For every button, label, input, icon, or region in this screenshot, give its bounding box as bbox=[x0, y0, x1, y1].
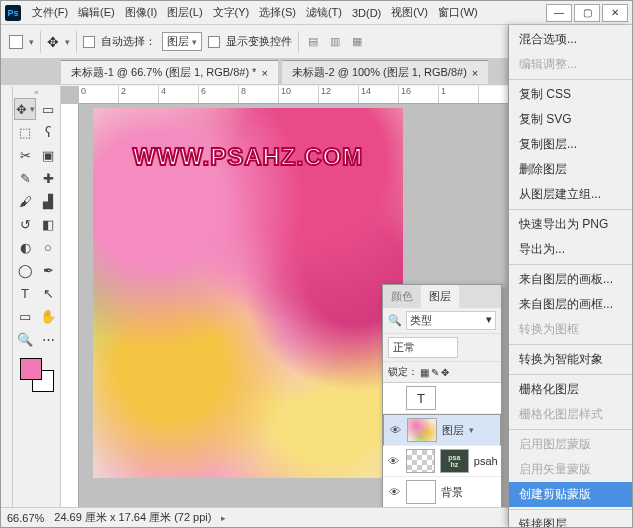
color-swatches[interactable] bbox=[20, 358, 54, 392]
align-icon-2[interactable]: ▥ bbox=[327, 34, 343, 50]
layer-row-psahz[interactable]: 👁 psahz psah bbox=[383, 446, 501, 477]
visibility-icon[interactable]: 👁 bbox=[387, 486, 401, 498]
toolbox: « ✥ ▭ ⬚ ʕ ✂ ▣ ✎ ✚ 🖌 ▟ ↺ ◧ ◐ ○ ◯ ✒ T ↖ ▭ … bbox=[13, 86, 61, 507]
layer-thumb-text: T bbox=[406, 386, 436, 410]
ctx-convert-smart-object[interactable]: 转换为智能对象 bbox=[509, 347, 632, 372]
menu-edit[interactable]: 编辑(E) bbox=[73, 2, 120, 23]
brush-tool[interactable]: 🖌 bbox=[14, 190, 36, 212]
toolbox-collapse[interactable]: « bbox=[16, 88, 58, 98]
show-transform-label: 显示变换控件 bbox=[226, 34, 292, 49]
ctx-copy-css[interactable]: 复制 CSS bbox=[509, 82, 632, 107]
stamp-tool[interactable]: ▟ bbox=[37, 190, 59, 212]
visibility-icon[interactable]: 👁 bbox=[388, 424, 402, 436]
zoom-tool[interactable]: 🔍 bbox=[14, 328, 36, 350]
ctx-delete-layer[interactable]: 删除图层 bbox=[509, 157, 632, 182]
ctx-export-as[interactable]: 导出为... bbox=[509, 237, 632, 262]
align-icon-3[interactable]: ▦ bbox=[349, 34, 365, 50]
menu-select[interactable]: 选择(S) bbox=[254, 2, 301, 23]
ctx-blend-options[interactable]: 混合选项... bbox=[509, 27, 632, 52]
ctx-rasterize-layer[interactable]: 栅格化图层 bbox=[509, 377, 632, 402]
canvas[interactable]: WWW.PSAHZ.COM bbox=[93, 108, 403, 478]
eyedropper-tool[interactable]: ✎ bbox=[14, 167, 36, 189]
pen-tool[interactable]: ✒ bbox=[37, 259, 59, 281]
tool-preset[interactable] bbox=[9, 35, 23, 49]
menu-3d[interactable]: 3D(D) bbox=[347, 4, 386, 22]
watermark-text: WWW.PSAHZ.COM bbox=[93, 143, 403, 171]
ruler-vertical bbox=[61, 104, 79, 507]
document-dimensions: 24.69 厘米 x 17.64 厘米 (72 ppi) bbox=[54, 510, 211, 525]
menu-layer[interactable]: 图层(L) bbox=[162, 2, 207, 23]
menu-type[interactable]: 文字(Y) bbox=[208, 2, 255, 23]
close-icon[interactable]: × bbox=[261, 67, 267, 79]
frame-tool[interactable]: ▣ bbox=[37, 144, 59, 166]
lock-pixels-icon[interactable]: ▦ bbox=[420, 367, 429, 378]
layer-row-text[interactable]: T bbox=[383, 383, 501, 414]
edit-toolbar[interactable]: ⋯ bbox=[37, 328, 59, 350]
healing-tool[interactable]: ✚ bbox=[37, 167, 59, 189]
ctx-rasterize-style: 栅格化图层样式 bbox=[509, 402, 632, 427]
menu-window[interactable]: 窗口(W) bbox=[433, 2, 483, 23]
foreground-color[interactable] bbox=[20, 358, 42, 380]
menu-file[interactable]: 文件(F) bbox=[27, 2, 73, 23]
auto-select-target[interactable]: 图层 bbox=[162, 32, 202, 51]
lock-row: 锁定：▦✎✥ bbox=[383, 362, 501, 383]
doc-tab-1[interactable]: 未标题-1 @ 66.7% (图层 1, RGB/8#) *× bbox=[61, 60, 278, 84]
ctx-group-from-layers[interactable]: 从图层建立组... bbox=[509, 182, 632, 207]
gradient-tool[interactable]: ◐ bbox=[14, 236, 36, 258]
app-logo: Ps bbox=[5, 5, 21, 21]
ctx-enable-vector-mask: 启用矢量蒙版 bbox=[509, 457, 632, 482]
path-tool[interactable]: ↖ bbox=[37, 282, 59, 304]
lock-move-icon[interactable]: ✥ bbox=[441, 367, 449, 378]
ctx-enable-layer-mask: 启用图层蒙版 bbox=[509, 432, 632, 457]
window-close[interactable]: ✕ bbox=[602, 4, 628, 22]
layer-thumb-psahz: psahz bbox=[440, 449, 469, 473]
artboard-tool[interactable]: ▭ bbox=[37, 98, 59, 120]
type-tool[interactable]: T bbox=[14, 282, 36, 304]
align-icon[interactable]: ▤ bbox=[305, 34, 321, 50]
shape-tool[interactable]: ▭ bbox=[14, 305, 36, 327]
auto-select-label: 自动选择： bbox=[101, 34, 156, 49]
ctx-edit-adjustment: 编辑调整... bbox=[509, 52, 632, 77]
ctx-create-clipping-mask[interactable]: 创建剪贴蒙版 bbox=[509, 482, 632, 507]
layer-filter-type[interactable]: 类型▾ bbox=[406, 311, 496, 330]
blur-tool[interactable]: ○ bbox=[37, 236, 59, 258]
menu-bar: Ps 文件(F) 编辑(E) 图像(I) 图层(L) 文字(Y) 选择(S) 滤… bbox=[1, 1, 632, 25]
doc-tab-2[interactable]: 未标题-2 @ 100% (图层 1, RGB/8#)× bbox=[282, 60, 488, 84]
search-icon[interactable]: 🔍 bbox=[388, 314, 402, 327]
hand-tool[interactable]: ✋ bbox=[37, 305, 59, 327]
zoom-level[interactable]: 66.67% bbox=[7, 512, 44, 524]
lock-brush-icon[interactable]: ✎ bbox=[431, 367, 439, 378]
marquee-tool[interactable]: ⬚ bbox=[14, 121, 36, 143]
window-minimize[interactable]: — bbox=[546, 4, 572, 22]
ctx-copy-svg[interactable]: 复制 SVG bbox=[509, 107, 632, 132]
ctx-link-layers[interactable]: 链接图层 bbox=[509, 512, 632, 528]
blend-mode-select[interactable]: 正常 bbox=[388, 337, 458, 358]
history-brush-tool[interactable]: ↺ bbox=[14, 213, 36, 235]
layer-thumb-wc bbox=[407, 418, 437, 442]
show-transform-checkbox[interactable] bbox=[208, 36, 220, 48]
lasso-tool[interactable]: ʕ bbox=[37, 121, 59, 143]
menu-view[interactable]: 视图(V) bbox=[386, 2, 433, 23]
panel-tab-color[interactable]: 颜色 bbox=[383, 285, 421, 308]
panel-tab-layers[interactable]: 图层 bbox=[421, 285, 459, 308]
move-tool[interactable]: ✥ bbox=[14, 98, 36, 120]
eraser-tool[interactable]: ◧ bbox=[37, 213, 59, 235]
visibility-icon[interactable]: 👁 bbox=[387, 455, 401, 467]
auto-select-checkbox[interactable] bbox=[83, 36, 95, 48]
ctx-quick-export-png[interactable]: 快速导出为 PNG bbox=[509, 212, 632, 237]
crop-tool[interactable]: ✂ bbox=[14, 144, 36, 166]
layer-thumb-bg bbox=[406, 480, 436, 504]
window-maximize[interactable]: ▢ bbox=[574, 4, 600, 22]
ctx-artboard-from-layers[interactable]: 来自图层的画板... bbox=[509, 267, 632, 292]
layer-row-background[interactable]: 👁 背景 bbox=[383, 477, 501, 507]
dodge-tool[interactable]: ◯ bbox=[14, 259, 36, 281]
layer-row-watercolor[interactable]: 👁 图层 bbox=[383, 414, 501, 446]
menu-filter[interactable]: 滤镜(T) bbox=[301, 2, 347, 23]
close-icon[interactable]: × bbox=[472, 67, 478, 79]
layers-panel: 颜色 图层 🔍 类型▾ 正常 锁定：▦✎✥ T 👁 bbox=[382, 284, 502, 507]
ctx-frame-from-layers[interactable]: 来自图层的画框... bbox=[509, 292, 632, 317]
ctx-duplicate-layer[interactable]: 复制图层... bbox=[509, 132, 632, 157]
layer-thumb-mask bbox=[406, 449, 435, 473]
status-flyout-icon[interactable]: ▸ bbox=[221, 513, 226, 523]
menu-image[interactable]: 图像(I) bbox=[120, 2, 162, 23]
